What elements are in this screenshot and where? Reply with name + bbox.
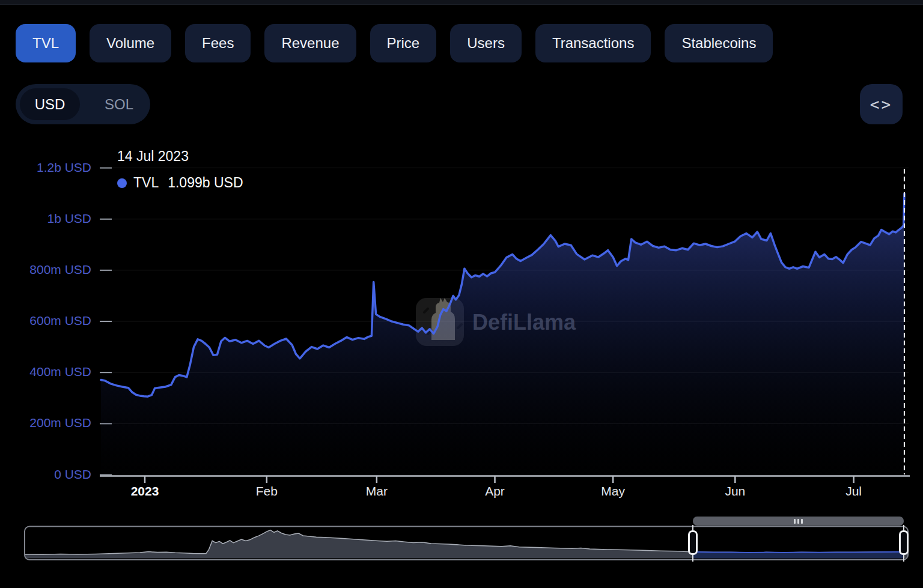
x-axis-label: May [577, 484, 649, 499]
tvl-chart[interactable]: DefiLlama [0, 0, 923, 588]
brush-handle-right[interactable] [899, 530, 909, 555]
tvl-area-fill [101, 194, 904, 475]
x-axis-label: Apr [459, 484, 531, 499]
x-axis-label: Jun [699, 484, 771, 499]
y-axis-label: 800m USD [0, 262, 91, 277]
x-axis-label: 2023 [109, 484, 181, 499]
grip-icon [794, 519, 796, 524]
x-axis-label: Feb [231, 484, 303, 499]
y-axis-label: 200m USD [0, 416, 91, 430]
x-axis-label: Mar [341, 484, 413, 499]
y-axis-label: 600m USD [0, 314, 91, 328]
x-axis [100, 476, 910, 483]
y-axis-label: 1b USD [0, 211, 91, 226]
y-axis-label: 1.2b USD [0, 160, 91, 175]
y-axis-label: 400m USD [0, 365, 91, 379]
brush-handle-left[interactable] [688, 530, 698, 555]
grip-icon [797, 519, 799, 524]
minimap[interactable] [25, 527, 908, 560]
y-axis-label: 0 USD [0, 467, 91, 482]
brush-drag-bar[interactable] [693, 517, 904, 526]
x-axis-label: Jul [818, 484, 890, 499]
grip-icon [801, 519, 803, 524]
